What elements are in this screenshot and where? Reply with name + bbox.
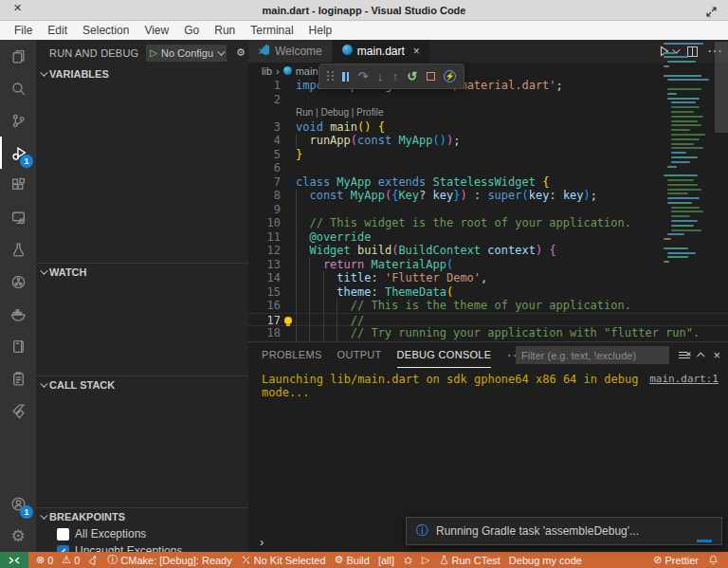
panel-tab-debug-console[interactable]: DEBUG CONSOLE (397, 342, 492, 368)
menu-go[interactable]: Go (177, 23, 206, 38)
section-header[interactable]: BREAKPOINTS (36, 508, 248, 525)
tab-main-dart[interactable]: main.dart× (333, 40, 430, 63)
vscode-logo-icon (258, 44, 270, 59)
pause-icon[interactable] (342, 72, 349, 82)
step-into-icon[interactable]: ↓ (377, 69, 384, 83)
accounts-icon[interactable]: 1 (0, 487, 36, 520)
error-circle-status-item[interactable]: ⊗0 (36, 554, 53, 566)
notification-message: Running Gradle task 'assembleDebug'... (436, 524, 639, 538)
dependency-circle-icon[interactable] (0, 266, 36, 298)
notification-toast[interactable]: ⓘ Running Gradle task 'assembleDebug'... (406, 517, 722, 545)
grip-handle[interactable] (327, 71, 334, 82)
window-expand-icon[interactable] (706, 4, 717, 21)
breadcrumb-item[interactable]: lib (262, 65, 272, 77)
menu-help[interactable]: Help (302, 23, 339, 38)
launch-flask-status-item[interactable] (88, 555, 99, 565)
code-line[interactable]: 6 (248, 161, 728, 175)
section-header[interactable]: WATCH (36, 264, 248, 281)
badge: 1 (20, 505, 33, 519)
code-line[interactable]: 11@override (248, 230, 728, 245)
code-line[interactable]: 18// Try running your application with "… (248, 326, 728, 340)
section-header[interactable]: CALL STACK (36, 376, 248, 394)
remote-indicator[interactable] (0, 552, 28, 568)
settings-gear-icon[interactable]: ⚙ (0, 520, 36, 552)
flask-status-item[interactable]: Run CTest (439, 555, 500, 566)
section-header[interactable]: VARIABLES (36, 65, 248, 82)
explorer-icon[interactable] (0, 40, 36, 72)
menu-run[interactable]: Run (208, 23, 242, 38)
maximize-panel-icon[interactable] (697, 352, 704, 359)
clear-console-icon[interactable]: ✕ (679, 351, 690, 360)
editor-scrollbar-thumb[interactable] (715, 42, 728, 133)
breakpoint-row: All Exceptions (36, 525, 248, 542)
debug-config-dropdown[interactable]: ▷ No Configu (146, 45, 227, 62)
todo-clipboard-icon[interactable] (0, 362, 36, 394)
checkbox[interactable] (57, 528, 69, 541)
badge: 1 (20, 155, 33, 168)
code-line[interactable]: 4runApp(const MyApp()); (248, 134, 728, 148)
code-line[interactable]: 5} (248, 148, 728, 162)
panel-tab-problems[interactable]: PROBLEMS (262, 342, 322, 368)
code-line[interactable]: 16// This is the theme of your applicati… (248, 299, 728, 313)
code-editor[interactable]: 1import 'package:flutter/material.dart';… (248, 79, 728, 341)
menu-edit[interactable]: Edit (41, 23, 74, 38)
code-line[interactable]: 7class MyApp extends StatelessWidget { (248, 175, 728, 190)
code-line[interactable]: 8const MyApp({Key? key}) : super(key: ke… (248, 189, 728, 203)
code-line[interactable]: 14title: 'Flutter Demo', (248, 271, 728, 285)
code-line[interactable]: 3void main() { (248, 120, 728, 135)
code-line[interactable]: 13return MaterialApp( (248, 258, 728, 272)
restart-icon[interactable]: ↺ (408, 69, 418, 83)
menu-selection[interactable]: Selection (76, 23, 136, 38)
search-icon[interactable] (0, 72, 36, 104)
play-status-item[interactable]: ▷ (422, 554, 429, 566)
menu-view[interactable]: View (137, 23, 175, 38)
breadcrumb-item[interactable]: main (296, 65, 318, 77)
step-out-icon[interactable]: ↑ (392, 69, 399, 83)
notebook-icon[interactable] (0, 330, 36, 362)
window-close-icon[interactable]: ✕ (13, 2, 22, 14)
codelens-line[interactable]: Run | Debug | Profile (248, 106, 728, 120)
console-filter-input[interactable] (516, 346, 669, 364)
test-flask-icon[interactable] (0, 233, 36, 266)
menu-file[interactable]: File (8, 23, 39, 38)
step-over-icon[interactable]: ↷ (357, 69, 368, 83)
debug-settings-gear-icon[interactable]: ⚙ (236, 46, 246, 59)
warning-status-item[interactable]: ⚠0 (62, 554, 80, 566)
code-line[interactable]: 2 (248, 93, 728, 107)
extensions-icon[interactable] (0, 169, 36, 201)
status-bar: ⊗0⚠0ⓘCMake: [Debug]: ReadyNo Kit Selecte… (0, 552, 728, 568)
bug-status-item[interactable] (403, 555, 413, 565)
start-debug-icon[interactable]: ▷ (150, 47, 157, 58)
run-debug-icon[interactable]: 1 (0, 137, 36, 169)
lightbulb-icon[interactable] (284, 317, 292, 324)
console-source-link[interactable]: main.dart:1 (649, 373, 719, 399)
status-item[interactable]: Debug my code (509, 555, 582, 566)
close-tab-icon[interactable]: × (413, 45, 420, 58)
minimap[interactable] (664, 43, 713, 299)
code-line[interactable]: 10// This widget is the root of your app… (248, 216, 728, 230)
remote-explorer-icon[interactable] (0, 201, 36, 233)
slash-circle-status-item[interactable]: ⊘Prettier (653, 554, 699, 566)
close-panel-icon[interactable]: × (713, 348, 720, 362)
docker-icon[interactable] (0, 298, 36, 330)
console-input-prompt[interactable]: › (260, 535, 264, 549)
code-line[interactable]: 12Widget build(BuildContext context) { (248, 244, 728, 258)
code-line[interactable]: 15theme: ThemeData( (248, 285, 728, 300)
stop-icon[interactable] (427, 72, 435, 81)
gear-status-item[interactable]: ⚙Build (335, 554, 370, 566)
bell-status-item[interactable] (708, 555, 719, 565)
panel-tab-output[interactable]: OUTPUT (337, 342, 382, 368)
source-control-icon[interactable] (0, 104, 36, 137)
status-item[interactable]: [all] (378, 555, 394, 566)
tools-status-item[interactable]: No Kit Selected (241, 555, 326, 566)
sidebar-title: RUN AND DEBUG (49, 47, 138, 59)
tab-welcome[interactable]: Welcome (248, 40, 333, 63)
menu-terminal[interactable]: Terminal (244, 23, 300, 38)
flutter-icon[interactable] (0, 394, 36, 427)
code-line[interactable]: 9 (248, 203, 728, 217)
run-and-debug-sidebar: RUN AND DEBUG ▷ No Configu ⚙ ··· VARIABL… (36, 40, 248, 552)
vscode-window: ✕ main.dart - loginapp - Visual Studio C… (0, 0, 728, 568)
hot-reload-icon[interactable]: ⚡ (444, 70, 456, 82)
info-circle-status-item[interactable]: ⓘCMake: [Debug]: Ready (107, 553, 231, 567)
code-line[interactable]: 17// (248, 313, 728, 327)
